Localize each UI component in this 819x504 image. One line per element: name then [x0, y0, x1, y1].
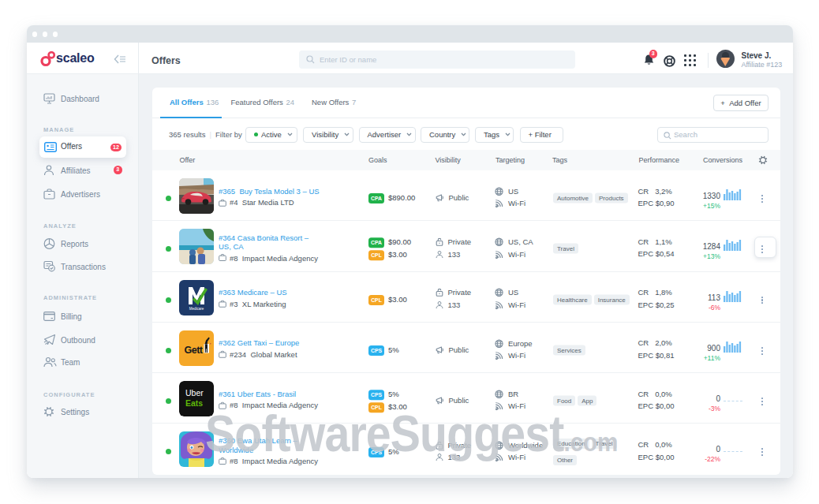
svg-text:Medicare: Medicare [189, 307, 204, 311]
svg-text:Gett: Gett [185, 344, 204, 355]
svg-text:Uber: Uber [185, 388, 204, 398]
svg-text:Eats: Eats [185, 398, 203, 408]
